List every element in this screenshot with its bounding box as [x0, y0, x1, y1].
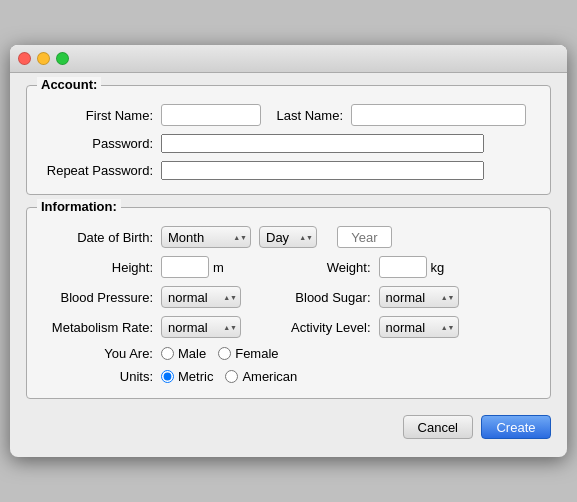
bp-select-wrap: normallowhigh	[161, 286, 241, 308]
repeat-password-input[interactable]	[161, 161, 484, 180]
male-option[interactable]: Male	[161, 346, 206, 361]
male-radio[interactable]	[161, 347, 174, 360]
metabolism-select-wrap: normallowhigh	[161, 316, 241, 338]
height-input[interactable]	[161, 256, 209, 278]
units-radio-group: Metric American	[161, 369, 297, 384]
units-row: Units: Metric American	[41, 369, 536, 384]
month-select[interactable]: Month JanuaryFebruaryMarch AprilMayJune …	[161, 226, 251, 248]
metric-label: Metric	[178, 369, 213, 384]
close-button[interactable]	[18, 52, 31, 65]
bs-section: Blood Sugar: normallowhigh	[289, 286, 537, 308]
repeat-password-label: Repeat Password:	[41, 163, 161, 178]
titlebar	[10, 45, 567, 73]
activity-section: Activity Level: normallowhigh	[289, 316, 537, 338]
height-label: Height:	[41, 260, 161, 275]
blood-sugar-select[interactable]: normallowhigh	[379, 286, 459, 308]
gender-radio-group: Male Female	[161, 346, 279, 361]
account-group-label: Account:	[37, 77, 101, 92]
activity-select-wrap: normallowhigh	[379, 316, 459, 338]
month-select-wrap: Month JanuaryFebruaryMarch AprilMayJune …	[161, 226, 251, 248]
dob-selects: Month JanuaryFebruaryMarch AprilMayJune …	[161, 226, 392, 248]
minimize-button[interactable]	[37, 52, 50, 65]
content-area: Account: First Name: Last Name: Password…	[10, 73, 567, 457]
button-row: Cancel Create	[26, 411, 551, 441]
you-are-label: You Are:	[41, 346, 161, 361]
height-section: Height: m	[41, 256, 289, 278]
password-row: Password:	[41, 134, 536, 153]
metabolism-select[interactable]: normallowhigh	[161, 316, 241, 338]
units-label: Units:	[41, 369, 161, 384]
dob-label: Date of Birth:	[41, 230, 161, 245]
cancel-button[interactable]: Cancel	[403, 415, 473, 439]
bp-section: Blood Pressure: normallowhigh	[41, 286, 289, 308]
password-input[interactable]	[161, 134, 484, 153]
activity-select[interactable]: normallowhigh	[379, 316, 459, 338]
password-label: Password:	[41, 136, 161, 151]
metric-radio[interactable]	[161, 370, 174, 383]
bp-bs-row: Blood Pressure: normallowhigh Blood Suga…	[41, 286, 536, 308]
american-option[interactable]: American	[225, 369, 297, 384]
name-row: First Name: Last Name:	[41, 104, 536, 126]
first-name-input[interactable]	[161, 104, 261, 126]
female-label: Female	[235, 346, 278, 361]
info-group: Information: Date of Birth: Month Januar…	[26, 207, 551, 399]
activity-label: Activity Level:	[289, 320, 379, 335]
female-radio[interactable]	[218, 347, 231, 360]
maximize-button[interactable]	[56, 52, 69, 65]
male-label: Male	[178, 346, 206, 361]
american-label: American	[242, 369, 297, 384]
day-select-wrap: Day 12345 678910 1112131415 1617181920 2…	[259, 226, 317, 248]
last-name-input[interactable]	[351, 104, 526, 126]
metabolism-activity-row: Metabolism Rate: normallowhigh Activity …	[41, 316, 536, 338]
weight-section: Weight: kg	[289, 256, 537, 278]
day-select[interactable]: Day 12345 678910 1112131415 1617181920 2…	[259, 226, 317, 248]
info-group-label: Information:	[37, 199, 121, 214]
gender-row: You Are: Male Female	[41, 346, 536, 361]
repeat-password-row: Repeat Password:	[41, 161, 536, 180]
metabolism-section: Metabolism Rate: normallowhigh	[41, 316, 289, 338]
height-weight-row: Height: m Weight: kg	[41, 256, 536, 278]
metabolism-label: Metabolism Rate:	[41, 320, 161, 335]
height-unit: m	[213, 260, 224, 275]
metric-option[interactable]: Metric	[161, 369, 213, 384]
female-option[interactable]: Female	[218, 346, 278, 361]
last-name-label: Last Name:	[261, 108, 351, 123]
weight-unit: kg	[431, 260, 445, 275]
create-button[interactable]: Create	[481, 415, 551, 439]
bs-select-wrap: normallowhigh	[379, 286, 459, 308]
main-window: Account: First Name: Last Name: Password…	[10, 45, 567, 457]
dob-row: Date of Birth: Month JanuaryFebruaryMarc…	[41, 226, 536, 248]
account-group: Account: First Name: Last Name: Password…	[26, 85, 551, 195]
blood-sugar-label: Blood Sugar:	[289, 290, 379, 305]
american-radio[interactable]	[225, 370, 238, 383]
blood-pressure-select[interactable]: normallowhigh	[161, 286, 241, 308]
first-name-label: First Name:	[41, 108, 161, 123]
weight-label: Weight:	[289, 260, 379, 275]
weight-input[interactable]	[379, 256, 427, 278]
blood-pressure-label: Blood Pressure:	[41, 290, 161, 305]
year-input[interactable]	[337, 226, 392, 248]
